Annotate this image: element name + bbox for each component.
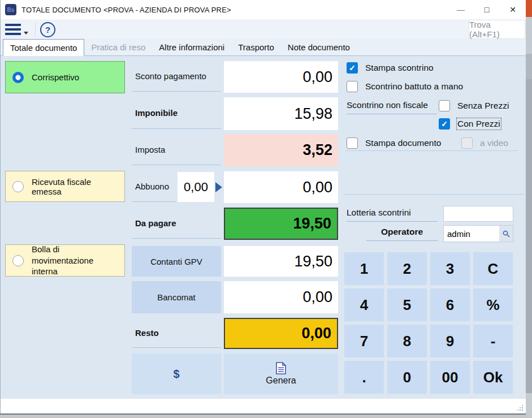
checkbox-icon[interactable] <box>347 137 358 149</box>
search-icon[interactable] <box>499 226 513 242</box>
senza-prezzi-checkbox[interactable]: Senza Prezzi <box>439 100 509 111</box>
bancomat-button[interactable]: Bancomat <box>132 281 221 313</box>
chevron-down-icon[interactable] <box>24 32 28 35</box>
numpad-key-8[interactable]: 8 <box>387 325 427 357</box>
doctype-bolla-interna[interactable]: Bolla di movimentazione interna <box>5 244 125 277</box>
imponibile-label: Imponibile <box>132 97 221 129</box>
abbuono-value[interactable]: 0,00 <box>224 171 338 203</box>
checkbox-label: Scontrino battuto a mano <box>365 81 463 92</box>
tab-pratica-di-reso[interactable]: Pratica di reso <box>84 39 152 55</box>
tab-totale-documento[interactable]: Totale documento <box>3 39 84 56</box>
numpad-key-7[interactable]: 7 <box>344 325 384 357</box>
numpad-key-1[interactable]: 1 <box>344 252 384 285</box>
doctype-ricevuta-fiscale[interactable]: Ricevuta fiscale emessa <box>5 171 125 202</box>
tab-altre-informazioni[interactable]: Altre informazioni <box>152 39 231 55</box>
resize-grip[interactable] <box>522 410 523 411</box>
contanti-gpv-value[interactable]: 19,50 <box>224 246 338 277</box>
da-pagare-label: Da pagare <box>132 208 221 239</box>
imposta-value: 3,52 <box>224 134 338 166</box>
menu-button[interactable] <box>5 24 21 35</box>
con-prezzi-checkbox[interactable]: Con Prezzi <box>439 118 500 130</box>
imponibile-value[interactable]: 15,98 <box>224 97 338 130</box>
numpad-key-percent[interactable]: % <box>473 288 513 321</box>
operatore-input[interactable] <box>444 226 499 242</box>
status-bar <box>1 399 526 413</box>
stampa-documento-checkbox[interactable]: Stampa documento <box>347 137 441 149</box>
numpad-key-ok[interactable]: Ok <box>473 361 513 394</box>
doctype-label: Corrispettivo <box>32 72 79 82</box>
abbuono-label: Abbuono <box>132 171 176 202</box>
separator <box>345 150 518 151</box>
numpad-key-0[interactable]: 0 <box>387 361 427 394</box>
toolbar: ? Trova (Alt+F1) <box>1 19 526 39</box>
app-window: Bs TOTALE DOCUMENTO <PROVA - AZIENDA DI … <box>0 0 526 415</box>
operatore-label: Operatore <box>366 227 438 241</box>
numpad-key-5[interactable]: 5 <box>387 288 427 321</box>
a-video-checkbox: a video <box>461 137 508 149</box>
background-window-strip <box>526 0 532 418</box>
sconto-pagamento-label: Sconto pagamento <box>132 61 221 92</box>
lotteria-scontrini-input[interactable] <box>443 206 513 222</box>
checkbox-label: a video <box>480 138 508 148</box>
tab-bar: Totale documento Pratica di reso Altre i… <box>1 39 526 56</box>
stampa-scontrino-checkbox[interactable]: Stampa scontrino <box>347 62 434 74</box>
lotteria-scontrini-label: Lotteria scontrini <box>347 208 438 222</box>
checkbox-icon[interactable] <box>439 100 450 111</box>
checkbox-label: Stampa documento <box>365 138 441 148</box>
minimize-button[interactable]: — <box>448 0 474 19</box>
doctype-corrispettivo[interactable]: Corrispettivo <box>5 61 125 93</box>
numpad-key-6[interactable]: 6 <box>430 288 470 321</box>
radio-icon[interactable] <box>12 72 24 83</box>
bancomat-value[interactable]: 0,00 <box>224 281 338 313</box>
window-controls: — □ ✕ <box>448 0 526 19</box>
resto-value: 0,00 <box>224 318 338 349</box>
checkbox-label: Con Prezzi <box>457 119 500 129</box>
numpad: 1 2 3 C 4 5 6 % 7 8 9 - . 0 00 Ok <box>344 252 513 394</box>
document-icon <box>276 362 286 374</box>
resto-label: Resto <box>132 318 221 348</box>
help-icon[interactable]: ? <box>40 22 55 37</box>
genera-button[interactable]: Genera <box>224 354 338 394</box>
numpad-key-dot[interactable]: . <box>344 361 384 394</box>
currency-button[interactable]: $ <box>132 354 221 394</box>
separator <box>344 194 525 195</box>
main-panel: Corrispettivo Ricevuta fiscale emessa Bo… <box>1 56 526 399</box>
sconto-pagamento-value[interactable]: 0,00 <box>224 61 338 93</box>
operatore-field[interactable] <box>443 225 513 242</box>
da-pagare-value: 19,50 <box>224 208 338 240</box>
window-title: TOTALE DOCUMENTO <PROVA - AZIENDA DI PRO… <box>21 6 231 14</box>
arrow-right-icon <box>215 182 222 192</box>
toolbar-divider <box>35 22 36 37</box>
tab-note-documento[interactable]: Note documento <box>281 39 357 55</box>
checkbox-label: Stampa scontrino <box>365 63 434 73</box>
abbuono-pct-field[interactable]: 0,00 <box>178 172 214 202</box>
scontrino-non-fiscale-label: Scontrino non fiscale <box>347 100 437 114</box>
checkbox-icon[interactable] <box>347 81 358 92</box>
doctype-label: Ricevuta fiscale emessa <box>32 177 118 196</box>
checkbox-icon[interactable] <box>347 62 358 74</box>
numpad-key-4[interactable]: 4 <box>344 288 384 321</box>
tab-trasporto[interactable]: Trasporto <box>231 39 281 55</box>
genera-label: Genera <box>266 376 296 386</box>
find-shortcut-label[interactable]: Trova (Alt+F1) <box>469 20 525 39</box>
numpad-key-3[interactable]: 3 <box>430 252 470 285</box>
numpad-key-9[interactable]: 9 <box>430 325 470 357</box>
checkbox-icon[interactable] <box>439 118 450 130</box>
scontrino-battuto-checkbox[interactable]: Scontrino battuto a mano <box>347 81 463 92</box>
dollar-icon: $ <box>173 368 179 381</box>
close-button[interactable]: ✕ <box>500 0 526 19</box>
screen: Bs TOTALE DOCUMENTO <PROVA - AZIENDA DI … <box>0 0 532 418</box>
numpad-key-minus[interactable]: - <box>473 325 513 357</box>
numpad-key-clear[interactable]: C <box>473 252 513 285</box>
contanti-gpv-button[interactable]: Contanti GPV <box>132 246 221 277</box>
checkbox-icon <box>461 137 473 149</box>
title-bar: Bs TOTALE DOCUMENTO <PROVA - AZIENDA DI … <box>1 0 526 19</box>
checkbox-label: Senza Prezzi <box>457 101 509 111</box>
app-icon: Bs <box>5 4 16 15</box>
numpad-key-2[interactable]: 2 <box>387 252 427 285</box>
doctype-label: Bolla di movimentazione interna <box>32 244 118 277</box>
radio-icon[interactable] <box>12 255 24 266</box>
maximize-button[interactable]: □ <box>474 0 500 19</box>
numpad-key-00[interactable]: 00 <box>430 361 470 394</box>
radio-icon[interactable] <box>12 181 24 192</box>
